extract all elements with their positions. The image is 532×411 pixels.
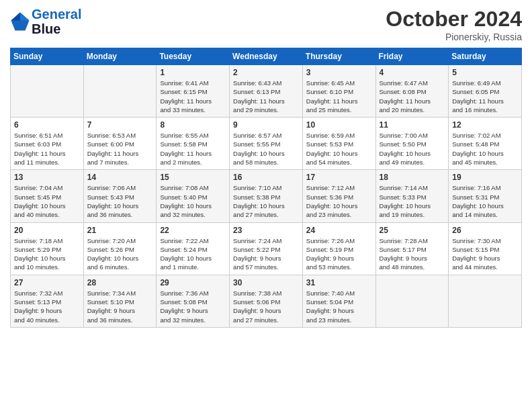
day-cell: 9Sunrise: 6:57 AMSunset: 5:55 PMDaylight… — [230, 118, 303, 170]
day-info: Sunrise: 7:36 AMSunset: 5:08 PMDaylight:… — [160, 289, 226, 324]
calendar-body: 1Sunrise: 6:41 AMSunset: 6:15 PMDaylight… — [11, 65, 522, 328]
day-info: Sunrise: 6:51 AMSunset: 6:03 PMDaylight:… — [14, 131, 80, 167]
day-cell: 11Sunrise: 7:00 AMSunset: 5:50 PMDayligh… — [375, 118, 449, 170]
day-info: Sunrise: 6:45 AMSunset: 6:10 PMDaylight:… — [306, 79, 372, 114]
day-number: 5 — [452, 68, 518, 77]
logo-line1: General — [32, 7, 81, 21]
day-cell: 19Sunrise: 7:16 AMSunset: 5:31 PMDayligh… — [449, 170, 522, 222]
day-info: Sunrise: 6:55 AMSunset: 5:58 PMDaylight:… — [160, 131, 226, 167]
header-tuesday: Tuesday — [157, 48, 230, 65]
day-info: Sunrise: 7:40 AMSunset: 5:04 PMDaylight:… — [306, 289, 372, 324]
day-info: Sunrise: 7:26 AMSunset: 5:19 PMDaylight:… — [306, 236, 372, 272]
day-number: 8 — [160, 120, 226, 130]
day-info: Sunrise: 7:28 AMSunset: 5:17 PMDaylight:… — [380, 236, 445, 272]
header-wednesday: Wednesday — [230, 48, 303, 65]
header-row: Sunday Monday Tuesday Wednesday Thursday… — [11, 48, 522, 65]
svg-marker-1 — [20, 13, 30, 21]
day-number: 17 — [306, 173, 372, 182]
day-number: 24 — [306, 226, 372, 235]
day-info: Sunrise: 7:38 AMSunset: 5:06 PMDaylight:… — [233, 289, 299, 324]
day-cell — [83, 65, 157, 118]
day-info: Sunrise: 7:00 AMSunset: 5:50 PMDaylight:… — [380, 131, 445, 167]
logo-icon — [10, 11, 30, 32]
day-number: 10 — [306, 120, 372, 130]
day-cell: 20Sunrise: 7:18 AMSunset: 5:29 PMDayligh… — [11, 222, 84, 275]
header-saturday: Saturday — [449, 48, 522, 65]
day-number: 22 — [160, 226, 226, 235]
day-info: Sunrise: 7:22 AMSunset: 5:24 PMDaylight:… — [160, 236, 226, 272]
day-info: Sunrise: 7:16 AMSunset: 5:31 PMDaylight:… — [452, 183, 518, 219]
page-container: General Blue October 2024 Pionerskiy, Ru… — [0, 0, 532, 334]
day-cell: 25Sunrise: 7:28 AMSunset: 5:17 PMDayligh… — [375, 222, 449, 275]
day-cell — [449, 275, 522, 327]
logo-text: General Blue — [32, 7, 81, 36]
day-info: Sunrise: 7:34 AMSunset: 5:10 PMDaylight:… — [87, 289, 153, 324]
day-cell: 5Sunrise: 6:49 AMSunset: 6:05 PMDaylight… — [449, 65, 522, 118]
week-row-0: 1Sunrise: 6:41 AMSunset: 6:15 PMDaylight… — [11, 65, 522, 118]
day-cell: 14Sunrise: 7:06 AMSunset: 5:43 PMDayligh… — [83, 170, 157, 222]
day-number: 30 — [233, 278, 299, 287]
day-number: 20 — [14, 226, 80, 235]
day-cell: 7Sunrise: 6:53 AMSunset: 6:00 PMDaylight… — [83, 118, 157, 170]
month-title: October 2024 — [386, 7, 522, 32]
day-cell: 6Sunrise: 6:51 AMSunset: 6:03 PMDaylight… — [11, 118, 84, 170]
day-cell: 31Sunrise: 7:40 AMSunset: 5:04 PMDayligh… — [302, 275, 375, 327]
day-cell: 23Sunrise: 7:24 AMSunset: 5:22 PMDayligh… — [230, 222, 303, 275]
day-number: 23 — [233, 226, 299, 235]
day-number: 18 — [380, 173, 445, 182]
day-number: 27 — [14, 278, 80, 287]
day-info: Sunrise: 7:20 AMSunset: 5:26 PMDaylight:… — [87, 236, 153, 272]
day-number: 4 — [380, 68, 445, 77]
header-sunday: Sunday — [11, 48, 84, 65]
day-info: Sunrise: 6:59 AMSunset: 5:53 PMDaylight:… — [306, 131, 372, 167]
day-info: Sunrise: 6:41 AMSunset: 6:15 PMDaylight:… — [160, 79, 226, 114]
day-info: Sunrise: 7:08 AMSunset: 5:40 PMDaylight:… — [160, 183, 226, 219]
day-info: Sunrise: 7:12 AMSunset: 5:36 PMDaylight:… — [306, 183, 372, 219]
day-info: Sunrise: 7:10 AMSunset: 5:38 PMDaylight:… — [233, 183, 299, 219]
day-info: Sunrise: 6:57 AMSunset: 5:55 PMDaylight:… — [233, 131, 299, 167]
day-cell: 10Sunrise: 6:59 AMSunset: 5:53 PMDayligh… — [302, 118, 375, 170]
logo: General Blue — [10, 7, 81, 36]
week-row-4: 27Sunrise: 7:32 AMSunset: 5:13 PMDayligh… — [11, 275, 522, 327]
title-block: October 2024 Pionerskiy, Russia — [386, 7, 522, 42]
logo-line2: Blue — [32, 21, 60, 36]
header-monday: Monday — [83, 48, 157, 65]
day-cell: 18Sunrise: 7:14 AMSunset: 5:33 PMDayligh… — [375, 170, 449, 222]
page-header: General Blue October 2024 Pionerskiy, Ru… — [10, 7, 522, 42]
day-number: 31 — [306, 278, 372, 287]
day-info: Sunrise: 6:49 AMSunset: 6:05 PMDaylight:… — [452, 79, 518, 114]
day-cell: 17Sunrise: 7:12 AMSunset: 5:36 PMDayligh… — [302, 170, 375, 222]
day-cell: 16Sunrise: 7:10 AMSunset: 5:38 PMDayligh… — [230, 170, 303, 222]
week-row-2: 13Sunrise: 7:04 AMSunset: 5:45 PMDayligh… — [11, 170, 522, 222]
week-row-3: 20Sunrise: 7:18 AMSunset: 5:29 PMDayligh… — [11, 222, 522, 275]
day-number: 25 — [380, 226, 445, 235]
day-info: Sunrise: 7:24 AMSunset: 5:22 PMDaylight:… — [233, 236, 299, 272]
day-number: 7 — [87, 120, 153, 130]
day-info: Sunrise: 7:30 AMSunset: 5:15 PMDaylight:… — [452, 236, 518, 272]
day-cell: 29Sunrise: 7:36 AMSunset: 5:08 PMDayligh… — [157, 275, 230, 327]
day-cell: 4Sunrise: 6:47 AMSunset: 6:08 PMDaylight… — [375, 65, 449, 118]
day-cell: 13Sunrise: 7:04 AMSunset: 5:45 PMDayligh… — [11, 170, 84, 222]
day-cell: 21Sunrise: 7:20 AMSunset: 5:26 PMDayligh… — [83, 222, 157, 275]
day-number: 2 — [233, 68, 299, 77]
location: Pionerskiy, Russia — [386, 32, 522, 42]
day-info: Sunrise: 6:47 AMSunset: 6:08 PMDaylight:… — [380, 79, 445, 114]
day-number: 21 — [87, 226, 153, 235]
day-cell: 24Sunrise: 7:26 AMSunset: 5:19 PMDayligh… — [302, 222, 375, 275]
day-cell: 12Sunrise: 7:02 AMSunset: 5:48 PMDayligh… — [449, 118, 522, 170]
day-number: 28 — [87, 278, 153, 287]
day-number: 6 — [14, 120, 80, 130]
day-number: 29 — [160, 278, 226, 287]
day-cell: 28Sunrise: 7:34 AMSunset: 5:10 PMDayligh… — [83, 275, 157, 327]
day-cell: 1Sunrise: 6:41 AMSunset: 6:15 PMDaylight… — [157, 65, 230, 118]
day-info: Sunrise: 7:32 AMSunset: 5:13 PMDaylight:… — [14, 289, 80, 324]
calendar-header: Sunday Monday Tuesday Wednesday Thursday… — [11, 48, 522, 65]
day-number: 11 — [380, 120, 445, 130]
day-cell: 26Sunrise: 7:30 AMSunset: 5:15 PMDayligh… — [449, 222, 522, 275]
day-info: Sunrise: 7:18 AMSunset: 5:29 PMDaylight:… — [14, 236, 80, 272]
day-cell: 27Sunrise: 7:32 AMSunset: 5:13 PMDayligh… — [11, 275, 84, 327]
day-number: 9 — [233, 120, 299, 130]
day-number: 15 — [160, 173, 226, 182]
day-number: 13 — [14, 173, 80, 182]
day-info: Sunrise: 6:43 AMSunset: 6:13 PMDaylight:… — [233, 79, 299, 114]
